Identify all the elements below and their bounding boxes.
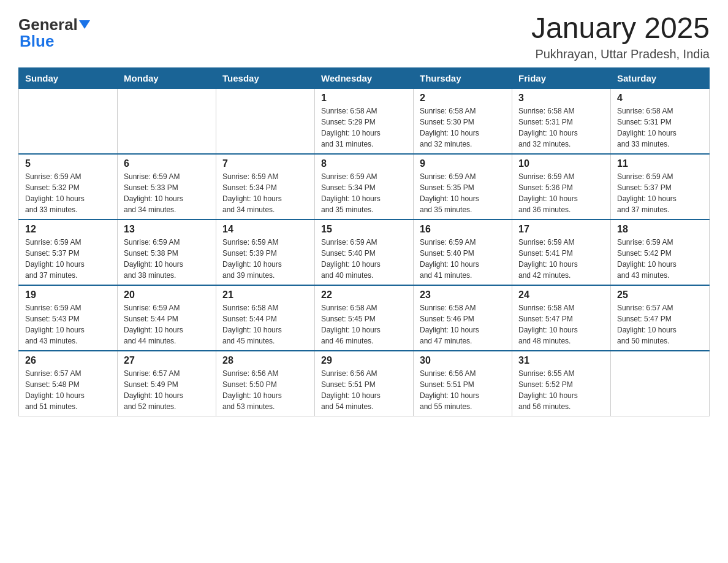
page-header: General Blue January 2025 Pukhrayan, Utt… (18, 12, 710, 61)
day-number: 11 (617, 158, 703, 169)
day-info: Sunrise: 6:58 AM Sunset: 5:30 PM Dayligh… (420, 105, 506, 150)
logo: General Blue (18, 12, 90, 51)
calendar-day-cell: 27Sunrise: 6:57 AM Sunset: 5:49 PM Dayli… (118, 351, 216, 416)
day-number: 7 (222, 158, 308, 169)
calendar-day-cell: 12Sunrise: 6:59 AM Sunset: 5:37 PM Dayli… (19, 220, 118, 285)
day-info: Sunrise: 6:59 AM Sunset: 5:32 PM Dayligh… (25, 171, 111, 215)
day-info: Sunrise: 6:56 AM Sunset: 5:51 PM Dayligh… (420, 368, 506, 412)
day-number: 25 (617, 289, 703, 301)
calendar-day-cell: 29Sunrise: 6:56 AM Sunset: 5:51 PM Dayli… (315, 351, 414, 416)
day-info: Sunrise: 6:59 AM Sunset: 5:41 PM Dayligh… (518, 237, 604, 281)
calendar-day-header: Sunday (19, 67, 118, 88)
calendar-day-header: Thursday (414, 67, 512, 88)
day-info: Sunrise: 6:59 AM Sunset: 5:34 PM Dayligh… (222, 171, 308, 215)
month-title: January 2025 (531, 12, 710, 45)
calendar-day-cell: 14Sunrise: 6:59 AM Sunset: 5:39 PM Dayli… (216, 220, 315, 285)
calendar-day-cell (118, 88, 216, 154)
day-number: 4 (617, 93, 703, 104)
calendar-day-cell: 19Sunrise: 6:59 AM Sunset: 5:43 PM Dayli… (19, 285, 118, 351)
day-info: Sunrise: 6:58 AM Sunset: 5:31 PM Dayligh… (617, 105, 703, 150)
day-info: Sunrise: 6:59 AM Sunset: 5:34 PM Dayligh… (321, 171, 407, 215)
day-number: 8 (321, 158, 407, 169)
day-number: 16 (420, 224, 506, 235)
calendar-day-cell (19, 88, 118, 154)
calendar-day-cell: 26Sunrise: 6:57 AM Sunset: 5:48 PM Dayli… (19, 351, 118, 416)
calendar-day-cell: 11Sunrise: 6:59 AM Sunset: 5:37 PM Dayli… (611, 154, 710, 220)
day-info: Sunrise: 6:59 AM Sunset: 5:44 PM Dayligh… (124, 302, 210, 347)
logo-blue-text: Blue (18, 32, 54, 51)
day-number: 26 (25, 355, 111, 366)
calendar-day-cell: 15Sunrise: 6:59 AM Sunset: 5:40 PM Dayli… (315, 220, 414, 285)
calendar-day-cell: 6Sunrise: 6:59 AM Sunset: 5:33 PM Daylig… (118, 154, 216, 220)
day-info: Sunrise: 6:59 AM Sunset: 5:37 PM Dayligh… (25, 237, 111, 281)
day-info: Sunrise: 6:55 AM Sunset: 5:52 PM Dayligh… (518, 368, 604, 412)
day-info: Sunrise: 6:59 AM Sunset: 5:40 PM Dayligh… (420, 237, 506, 281)
calendar-day-cell: 21Sunrise: 6:58 AM Sunset: 5:44 PM Dayli… (216, 285, 315, 351)
calendar-week-row: 19Sunrise: 6:59 AM Sunset: 5:43 PM Dayli… (19, 285, 710, 351)
day-number: 2 (420, 93, 506, 104)
day-info: Sunrise: 6:58 AM Sunset: 5:44 PM Dayligh… (222, 302, 308, 347)
day-info: Sunrise: 6:59 AM Sunset: 5:35 PM Dayligh… (420, 171, 506, 215)
calendar-day-header: Monday (118, 67, 216, 88)
calendar-day-header: Tuesday (216, 67, 315, 88)
day-info: Sunrise: 6:57 AM Sunset: 5:47 PM Dayligh… (617, 302, 703, 347)
day-info: Sunrise: 6:58 AM Sunset: 5:29 PM Dayligh… (321, 105, 407, 150)
day-info: Sunrise: 6:58 AM Sunset: 5:47 PM Dayligh… (518, 302, 604, 347)
day-number: 15 (321, 224, 407, 235)
calendar-day-cell: 17Sunrise: 6:59 AM Sunset: 5:41 PM Dayli… (512, 220, 611, 285)
day-number: 14 (222, 224, 308, 235)
calendar-week-row: 12Sunrise: 6:59 AM Sunset: 5:37 PM Dayli… (19, 220, 710, 285)
calendar-day-cell: 23Sunrise: 6:58 AM Sunset: 5:46 PM Dayli… (414, 285, 512, 351)
day-info: Sunrise: 6:59 AM Sunset: 5:37 PM Dayligh… (617, 171, 703, 215)
day-info: Sunrise: 6:56 AM Sunset: 5:50 PM Dayligh… (222, 368, 308, 412)
day-number: 19 (25, 289, 111, 301)
day-number: 28 (222, 355, 308, 366)
calendar-day-cell: 25Sunrise: 6:57 AM Sunset: 5:47 PM Dayli… (611, 285, 710, 351)
day-info: Sunrise: 6:58 AM Sunset: 5:31 PM Dayligh… (518, 105, 604, 150)
calendar-table: SundayMondayTuesdayWednesdayThursdayFrid… (18, 67, 710, 416)
day-number: 13 (124, 224, 210, 235)
calendar-day-cell: 10Sunrise: 6:59 AM Sunset: 5:36 PM Dayli… (512, 154, 611, 220)
day-number: 23 (420, 289, 506, 301)
calendar-week-row: 26Sunrise: 6:57 AM Sunset: 5:48 PM Dayli… (19, 351, 710, 416)
day-number: 5 (25, 158, 111, 169)
calendar-week-row: 1Sunrise: 6:58 AM Sunset: 5:29 PM Daylig… (19, 88, 710, 154)
day-number: 3 (518, 93, 604, 104)
calendar-day-cell: 1Sunrise: 6:58 AM Sunset: 5:29 PM Daylig… (315, 88, 414, 154)
day-info: Sunrise: 6:59 AM Sunset: 5:39 PM Dayligh… (222, 237, 308, 281)
logo-triangle-icon (79, 20, 90, 31)
day-info: Sunrise: 6:58 AM Sunset: 5:46 PM Dayligh… (420, 302, 506, 347)
day-number: 20 (124, 289, 210, 301)
calendar-day-cell: 30Sunrise: 6:56 AM Sunset: 5:51 PM Dayli… (414, 351, 512, 416)
calendar-day-cell: 28Sunrise: 6:56 AM Sunset: 5:50 PM Dayli… (216, 351, 315, 416)
day-info: Sunrise: 6:59 AM Sunset: 5:33 PM Dayligh… (124, 171, 210, 215)
svg-marker-0 (79, 20, 90, 29)
calendar-week-row: 5Sunrise: 6:59 AM Sunset: 5:32 PM Daylig… (19, 154, 710, 220)
calendar-day-cell: 20Sunrise: 6:59 AM Sunset: 5:44 PM Dayli… (118, 285, 216, 351)
calendar-day-cell: 16Sunrise: 6:59 AM Sunset: 5:40 PM Dayli… (414, 220, 512, 285)
calendar-day-cell: 2Sunrise: 6:58 AM Sunset: 5:30 PM Daylig… (414, 88, 512, 154)
calendar-day-cell: 7Sunrise: 6:59 AM Sunset: 5:34 PM Daylig… (216, 154, 315, 220)
day-number: 31 (518, 355, 604, 366)
calendar-day-cell: 9Sunrise: 6:59 AM Sunset: 5:35 PM Daylig… (414, 154, 512, 220)
day-number: 17 (518, 224, 604, 235)
day-number: 6 (124, 158, 210, 169)
day-info: Sunrise: 6:57 AM Sunset: 5:48 PM Dayligh… (25, 368, 111, 412)
day-info: Sunrise: 6:56 AM Sunset: 5:51 PM Dayligh… (321, 368, 407, 412)
calendar-day-header: Friday (512, 67, 611, 88)
day-number: 9 (420, 158, 506, 169)
calendar-day-cell (611, 351, 710, 416)
day-number: 18 (617, 224, 703, 235)
day-info: Sunrise: 6:57 AM Sunset: 5:49 PM Dayligh… (124, 368, 210, 412)
location: Pukhrayan, Uttar Pradesh, India (531, 47, 710, 61)
calendar-day-cell: 18Sunrise: 6:59 AM Sunset: 5:42 PM Dayli… (611, 220, 710, 285)
day-number: 29 (321, 355, 407, 366)
calendar-header-row: SundayMondayTuesdayWednesdayThursdayFrid… (19, 67, 710, 88)
day-info: Sunrise: 6:59 AM Sunset: 5:43 PM Dayligh… (25, 302, 111, 347)
day-number: 22 (321, 289, 407, 301)
calendar-day-cell (216, 88, 315, 154)
day-number: 24 (518, 289, 604, 301)
calendar-day-header: Saturday (611, 67, 710, 88)
calendar-day-header: Wednesday (315, 67, 414, 88)
day-info: Sunrise: 6:59 AM Sunset: 5:36 PM Dayligh… (518, 171, 604, 215)
